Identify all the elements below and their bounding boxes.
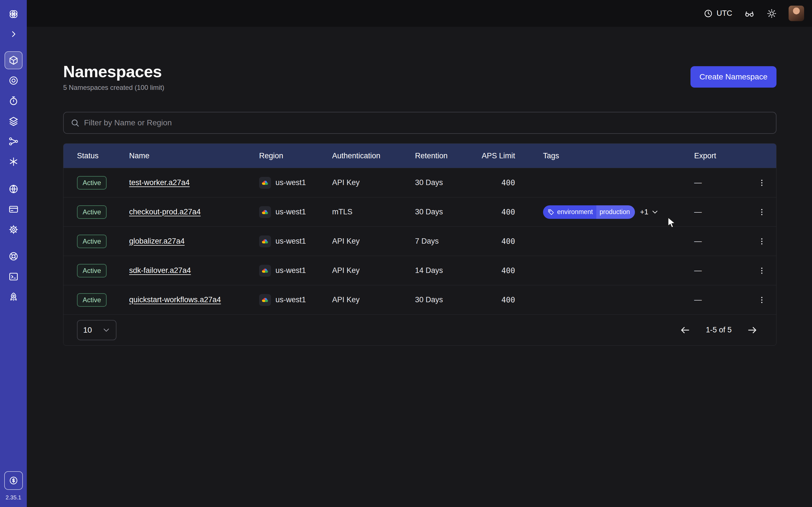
- sidebar-item-monitor[interactable]: [4, 71, 22, 90]
- tag-icon: [548, 209, 554, 216]
- lifebuoy-icon: [8, 251, 18, 262]
- clock-icon: [704, 9, 713, 18]
- tag-pill: environment production: [543, 205, 635, 219]
- export-value: —: [694, 178, 737, 187]
- temporal-logo[interactable]: [4, 7, 22, 21]
- aps-value: 400: [480, 178, 515, 187]
- auth-value: mTLS: [332, 208, 415, 216]
- table-row: Active globalizer.a27a4 us-west1 API Key…: [63, 226, 776, 256]
- table-row: Active checkout-prod.a27a4 us-west1 mTLS…: [63, 197, 776, 226]
- glasses-icon: [744, 8, 755, 19]
- page-size-value: 10: [83, 326, 92, 335]
- sidebar-item-settings[interactable]: [4, 221, 22, 238]
- page-subtitle: 5 Namespaces created (100 limit): [63, 83, 164, 92]
- table-row: Active test-worker.a27a4 us-west1 API Ke…: [63, 168, 776, 197]
- sidebar-expand-button[interactable]: [4, 27, 22, 41]
- accessibility-button[interactable]: [744, 8, 755, 19]
- col-status: Status: [77, 152, 129, 160]
- row-menu-button[interactable]: [755, 206, 768, 219]
- page-header: Namespaces 5 Namespaces created (100 lim…: [63, 62, 776, 92]
- namespace-link[interactable]: sdk-failover.a27a4: [129, 266, 191, 275]
- main-content: Namespaces 5 Namespaces created (100 lim…: [27, 27, 812, 507]
- sidebar-item-nexus[interactable]: [4, 153, 22, 171]
- page-size-select[interactable]: 10: [77, 320, 116, 340]
- region-label: us-west1: [275, 178, 306, 187]
- page-title: Namespaces: [63, 62, 164, 81]
- chevron-down-icon: [102, 326, 110, 334]
- previous-page-button[interactable]: [678, 323, 692, 337]
- table-row: Active quickstart-workflows.a27a4 us-wes…: [63, 285, 776, 314]
- aps-value: 400: [480, 295, 515, 304]
- row-menu-button[interactable]: [755, 264, 768, 277]
- sun-icon: [767, 8, 777, 18]
- sidebar-item-getting-started[interactable]: [4, 288, 22, 306]
- sidebar-item-docs[interactable]: [4, 268, 22, 286]
- sidebar: 2.35.1: [0, 0, 27, 507]
- filter-bar: [63, 112, 776, 134]
- col-export: Export: [694, 152, 737, 160]
- export-value: —: [694, 237, 737, 245]
- pager-range: 1-5 of 5: [706, 326, 732, 334]
- namespace-link[interactable]: checkout-prod.a27a4: [129, 208, 201, 216]
- row-menu-button[interactable]: [755, 176, 768, 189]
- status-badge: Active: [77, 176, 107, 189]
- export-value: —: [694, 295, 737, 304]
- row-menu-button[interactable]: [755, 235, 768, 248]
- status-badge: Active: [77, 293, 107, 307]
- namespace-link[interactable]: quickstart-workflows.a27a4: [129, 295, 221, 304]
- sidebar-item-schedules[interactable]: [4, 92, 22, 110]
- region-label: us-west1: [275, 266, 306, 275]
- sidebar-item-namespaces[interactable]: [4, 51, 22, 69]
- tags-overflow-button[interactable]: +1: [640, 208, 659, 216]
- avatar[interactable]: [789, 6, 804, 21]
- sidebar-item-regions[interactable]: [4, 180, 22, 198]
- gear-icon: [8, 224, 18, 235]
- namespaces-table: Status Name Region Authentication Retent…: [63, 144, 776, 346]
- export-value: —: [694, 208, 737, 216]
- sidebar-item-support[interactable]: [4, 247, 22, 265]
- topbar: UTC: [27, 0, 812, 27]
- aps-value: 400: [480, 266, 515, 275]
- gcp-cloud-icon: [259, 265, 271, 277]
- sidebar-item-deployments[interactable]: [4, 112, 22, 130]
- timezone-button[interactable]: UTC: [704, 9, 732, 18]
- gcp-cloud-icon: [259, 177, 271, 189]
- filter-input[interactable]: [84, 118, 769, 127]
- col-aps-limit: APS Limit: [480, 152, 515, 160]
- chevron-down-icon: [651, 209, 659, 216]
- create-namespace-button[interactable]: Create Namespace: [691, 66, 776, 88]
- status-badge: Active: [77, 205, 107, 219]
- tag-key: environment: [557, 208, 593, 216]
- usage-button[interactable]: [4, 471, 23, 490]
- sidebar-item-workflows[interactable]: [4, 132, 22, 151]
- sidebar-item-billing[interactable]: [4, 200, 22, 218]
- table-header: Status Name Region Authentication Retent…: [63, 144, 776, 168]
- aps-value: 400: [480, 237, 515, 245]
- retention-value: 7 Days: [415, 237, 480, 245]
- sidebar-nav-primary: [4, 51, 22, 171]
- col-retention: Retention: [415, 152, 480, 160]
- col-name: Name: [129, 152, 259, 160]
- tags-overflow-count: +1: [640, 208, 649, 216]
- next-page-button[interactable]: [745, 323, 759, 337]
- row-menu-button[interactable]: [755, 293, 768, 306]
- col-authentication: Authentication: [332, 152, 415, 160]
- col-region: Region: [259, 152, 332, 160]
- namespace-link[interactable]: globalizer.a27a4: [129, 237, 185, 245]
- auth-value: API Key: [332, 266, 415, 275]
- layers-icon: [8, 116, 18, 126]
- temporal-logo-icon: [8, 9, 18, 19]
- export-value: —: [694, 266, 737, 275]
- timezone-label: UTC: [717, 9, 732, 18]
- tag-value: production: [596, 205, 635, 219]
- namespace-link[interactable]: test-worker.a27a4: [129, 178, 190, 187]
- globe-icon: [8, 184, 18, 194]
- arrow-right-icon: [747, 325, 758, 335]
- status-badge: Active: [77, 264, 107, 277]
- theme-toggle-button[interactable]: [767, 8, 777, 18]
- stopwatch-icon: [8, 96, 18, 106]
- gcp-cloud-icon: [259, 235, 271, 247]
- tags-cell: environment production +1: [515, 205, 694, 219]
- retention-value: 14 Days: [415, 266, 480, 275]
- col-tags: Tags: [515, 152, 694, 160]
